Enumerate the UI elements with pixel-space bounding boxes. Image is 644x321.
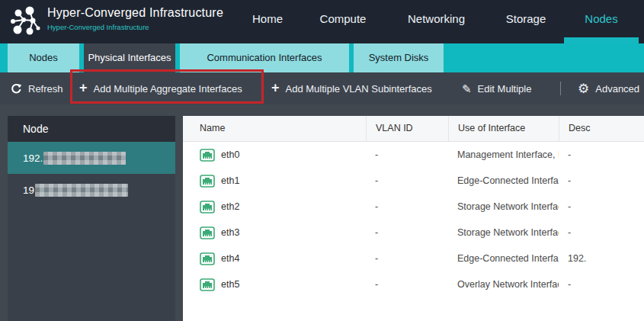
nav-item-home[interactable]: Home xyxy=(248,0,287,37)
actions-toolbar: Refresh + Add Multiple Aggregate Interfa… xyxy=(0,72,644,104)
use-of-interface-cell: Storage Network Interface xyxy=(448,220,559,246)
app-subtitle: Hyper-Converged Infrastructure xyxy=(47,23,223,31)
table-row-eth3[interactable]: eth3 - Storage Network Interface - xyxy=(183,220,644,246)
column-header-vlan-id: VLAN ID xyxy=(366,116,448,141)
desc-cell: 192. xyxy=(559,246,644,271)
desc-cell: - xyxy=(559,142,644,168)
use-of-interface-cell: Edge-Connected Interface xyxy=(448,168,559,194)
plus-icon: + xyxy=(79,81,88,95)
gear-icon: ⚙ xyxy=(578,82,589,95)
tab-physical-interfaces[interactable]: Physical Interfaces xyxy=(84,43,175,72)
use-of-interface-cell: Overlay Network Interfac... xyxy=(448,271,559,297)
interface-name: eth5 xyxy=(221,279,239,290)
edit-multiple-button[interactable]: ✎ Edit Multiple xyxy=(462,72,531,104)
node-sidebar: Node 192. 19 xyxy=(8,116,175,321)
advanced-label: Advanced xyxy=(595,83,639,95)
edit-multiple-label: Edit Multiple xyxy=(478,83,532,95)
column-header-use-of-interface: Use of Interface xyxy=(448,116,559,141)
ethernet-port-icon xyxy=(200,252,215,265)
use-of-interface-cell: Edge-Connected Interface xyxy=(448,246,559,271)
ethernet-port-icon xyxy=(200,201,215,213)
desc-cell: - xyxy=(559,194,644,220)
sub-tab-bar: Nodes Physical Interfaces Communication … xyxy=(0,43,644,72)
interfaces-table: Name VLAN ID Use of Interface Desc eth0 … xyxy=(183,116,644,321)
tab-communication-interfaces[interactable]: Communication Interfaces xyxy=(180,43,349,72)
interface-name: eth0 xyxy=(221,149,239,160)
nav-item-nodes-label: Nodes xyxy=(585,12,617,25)
vlan-id-cell: - xyxy=(366,194,448,220)
tab-nodes[interactable]: Nodes xyxy=(8,43,79,72)
active-nav-underline xyxy=(564,37,639,43)
plus-icon: + xyxy=(271,81,280,95)
tab-system-disks[interactable]: System Disks xyxy=(354,43,444,72)
top-header: Hyper-Converged Infrastructure Hyper-Con… xyxy=(0,0,644,43)
node-ip-visible-text: 192. xyxy=(23,152,43,164)
toolbar-separator xyxy=(560,82,561,95)
interface-name: eth1 xyxy=(221,175,239,186)
refresh-button[interactable]: Refresh xyxy=(11,72,63,104)
vlan-id-cell: - xyxy=(366,271,448,297)
ethernet-port-icon xyxy=(200,149,215,162)
app-logo-icon xyxy=(6,4,43,40)
app-window: Hyper-Converged Infrastructure Hyper-Con… xyxy=(0,0,644,321)
use-of-interface-cell: Storage Network Interface xyxy=(448,194,559,220)
table-row-eth2[interactable]: eth2 - Storage Network Interface - xyxy=(183,194,644,220)
app-title: Hyper-Converged Infrastructure xyxy=(47,6,223,20)
interface-name: eth4 xyxy=(221,253,239,264)
desc-cell: - xyxy=(559,168,644,194)
advanced-button[interactable]: ⚙ Advanced xyxy=(578,72,639,104)
sidebar-item-node-1[interactable]: 192. xyxy=(8,142,175,174)
refresh-icon xyxy=(11,83,22,95)
add-multiple-aggregate-interfaces-button[interactable]: + Add Multiple Aggregate Interfaces xyxy=(79,72,242,104)
nav-item-storage[interactable]: Storage xyxy=(502,0,549,37)
add-aggregate-label: Add Multiple Aggregate Interfaces xyxy=(94,83,242,95)
use-of-interface-cell: Management Interface, E... xyxy=(448,142,559,168)
pencil-icon: ✎ xyxy=(462,83,472,95)
column-header-desc: Desc xyxy=(559,116,644,141)
desc-cell: - xyxy=(559,220,644,246)
ethernet-port-icon xyxy=(200,175,215,188)
table-row-eth0[interactable]: eth0 - Management Interface, E... - xyxy=(183,142,644,168)
table-row-eth4[interactable]: eth4 - Edge-Connected Interface 192. xyxy=(183,246,644,271)
interface-name: eth3 xyxy=(221,227,239,238)
nav-item-networking[interactable]: Networking xyxy=(404,0,469,37)
ethernet-port-icon xyxy=(200,226,215,239)
column-header-name: Name xyxy=(183,116,366,141)
node-ip-visible-text: 19 xyxy=(23,185,34,196)
table-row-eth1[interactable]: eth1 - Edge-Connected Interface - xyxy=(183,168,644,194)
content-area: Node 192. 19 Name VLAN ID Use of Interfa… xyxy=(0,104,644,321)
vlan-id-cell: - xyxy=(366,246,448,271)
vlan-id-cell: - xyxy=(366,220,448,246)
interface-name: eth2 xyxy=(221,201,239,212)
sidebar-item-node-2[interactable]: 19 xyxy=(8,174,175,206)
add-vlan-label: Add Multiple VLAN Subinterfaces xyxy=(286,83,432,95)
nav-item-nodes[interactable]: Nodes xyxy=(564,0,639,37)
censored-ip-mosaic xyxy=(43,152,126,165)
table-header-row: Name VLAN ID Use of Interface Desc xyxy=(183,116,644,142)
table-row-eth5[interactable]: eth5 - Overlay Network Interfac... - xyxy=(183,271,644,297)
refresh-label: Refresh xyxy=(28,83,63,95)
node-list-header: Node xyxy=(8,116,175,142)
desc-cell: - xyxy=(559,271,644,297)
vlan-id-cell: - xyxy=(366,168,448,194)
censored-ip-mosaic xyxy=(35,184,128,197)
add-multiple-vlan-subinterfaces-button[interactable]: + Add Multiple VLAN Subinterfaces xyxy=(271,72,432,104)
nav-item-compute[interactable]: Compute xyxy=(317,0,369,37)
vlan-id-cell: - xyxy=(366,142,448,168)
ethernet-port-icon xyxy=(200,278,215,291)
